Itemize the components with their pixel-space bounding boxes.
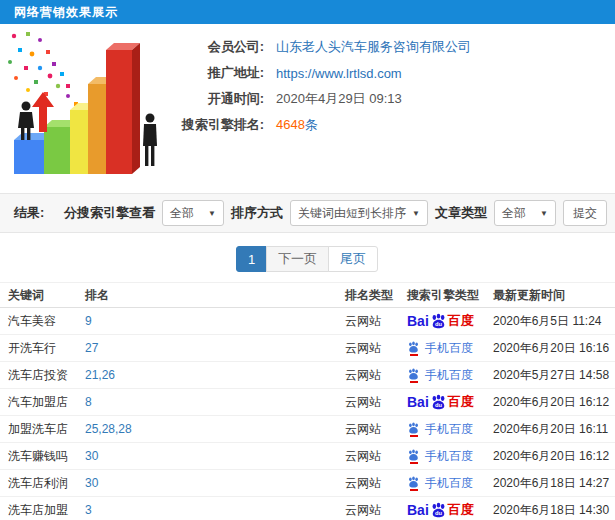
baidu-mobile-logo: 手机百度 (407, 367, 473, 384)
page: 网络营销效果展示 (0, 0, 615, 520)
bar-chart-graphic (0, 24, 178, 189)
marketing-chart-illustration (0, 24, 178, 189)
promo-url-label: 推广地址: (178, 64, 264, 82)
pagination: 1 下一页 尾页 (0, 246, 615, 272)
baidu-paw-icon: du (430, 394, 447, 410)
engine-cell: Bai du 百度 (407, 389, 493, 416)
rank-type-cell: 云网站 (345, 362, 407, 389)
rank-link[interactable]: 8 (85, 395, 92, 409)
baidu-mobile-logo: 手机百度 (407, 421, 473, 438)
rank-cell: 30 (85, 470, 345, 497)
svg-text:du: du (435, 402, 443, 408)
rank-type-cell: 云网站 (345, 443, 407, 470)
mobile-baidu-paw-icon (407, 368, 420, 383)
update-time-cell: 2020年6月18日 14:30 (493, 497, 615, 520)
rank-count: 4648 (276, 117, 305, 132)
company-row: 会员公司: 山东老人头汽车服务咨询有限公司 (178, 34, 471, 60)
results-label: 结果: (14, 204, 44, 222)
mobile-baidu-paw-icon (407, 449, 420, 464)
keyword-cell: 加盟洗车店 (0, 416, 85, 443)
mobile-baidu-paw-icon (407, 341, 420, 356)
table-row: 洗车赚钱吗 30 云网站 (0, 443, 615, 470)
businessman-right (143, 114, 157, 167)
svg-text:du: du (435, 321, 443, 327)
baidu-mobile-logo: 手机百度 (407, 448, 473, 465)
submit-button[interactable]: 提交 (563, 200, 607, 226)
company-link[interactable]: 山东老人头汽车服务咨询有限公司 (276, 39, 471, 54)
update-time-cell: 2020年6月20日 16:12 (493, 389, 615, 416)
keyword-cell: 洗车店加盟 (0, 497, 85, 520)
promo-url-row: 推广地址: https://www.lrtlsd.com (178, 60, 471, 86)
rank-link[interactable]: 30 (85, 449, 98, 463)
article-type-label: 文章类型 (435, 204, 487, 222)
rank-link[interactable]: 3 (85, 503, 92, 517)
col-engine-type: 搜索引擎类型 (407, 283, 493, 308)
page-header: 网络营销效果展示 (0, 0, 615, 24)
rank-type-cell: 云网站 (345, 335, 407, 362)
rank-cell: 9 (85, 308, 345, 335)
sort-select[interactable]: 关键词由短到长排序 ▼ (290, 200, 428, 226)
col-rank-type: 排名类型 (345, 283, 407, 308)
engine-cell: Bai du 百度 (407, 497, 493, 520)
table-row: 加盟洗车店 25,28,28 云网站 (0, 416, 615, 443)
keyword-cell: 洗车赚钱吗 (0, 443, 85, 470)
update-time-cell: 2020年5月27日 14:58 (493, 362, 615, 389)
open-time-label: 开通时间: (178, 90, 264, 108)
sort-filter-label: 排序方式 (231, 204, 283, 222)
engine-cell: 手机百度 (407, 362, 493, 389)
table-row: 开洗车行 27 云网站 (0, 335, 615, 362)
col-update-time: 最新更新时间 (493, 283, 615, 308)
update-time-cell: 2020年6月20日 16:16 (493, 335, 615, 362)
next-page-button[interactable]: 下一页 (266, 246, 329, 272)
rank-link[interactable]: 9 (85, 314, 92, 328)
table-header-row: 关键词 排名 排名类型 搜索引擎类型 最新更新时间 (0, 283, 615, 308)
baidu-mobile-logo: 手机百度 (407, 340, 473, 357)
rank-type-cell: 云网站 (345, 308, 407, 335)
rank-cell: 30 (85, 443, 345, 470)
chevron-down-icon: ▼ (412, 209, 420, 218)
rank-cell: 21,26 (85, 362, 345, 389)
rank-type-cell: 云网站 (345, 497, 407, 520)
article-type-select[interactable]: 全部 ▼ (494, 200, 556, 226)
rank-link[interactable]: 21,26 (85, 368, 115, 382)
engine-rank-label: 搜索引擎排名: (178, 116, 264, 134)
rank-table-body: 汽车美容 9 云网站 Bai du 百度 (0, 308, 615, 520)
baidu-pc-logo: Bai du 百度 (407, 501, 474, 519)
engine-cell: 手机百度 (407, 443, 493, 470)
mobile-baidu-paw-icon (407, 476, 420, 491)
filter-group: 分搜索引擎查看 全部 ▼ 排序方式 关键词由短到长排序 ▼ 文章类型 全部 ▼ … (64, 200, 607, 226)
col-rank: 排名 (85, 283, 345, 308)
update-time-cell: 2020年6月5日 11:24 (493, 308, 615, 335)
rank-type-cell: 云网站 (345, 416, 407, 443)
baidu-mobile-logo: 手机百度 (407, 475, 473, 492)
rank-link[interactable]: 30 (85, 476, 98, 490)
baidu-paw-icon: du (430, 313, 447, 329)
keyword-cell: 开洗车行 (0, 335, 85, 362)
info-section: 会员公司: 山东老人头汽车服务咨询有限公司 推广地址: https://www.… (0, 24, 615, 193)
rank-cell: 8 (85, 389, 345, 416)
open-time-value: 2020年4月29日 09:13 (276, 90, 402, 108)
rank-type-cell: 云网站 (345, 389, 407, 416)
table-row: 洗车店投资 21,26 云网站 (0, 362, 615, 389)
keyword-cell: 洗车店利润 (0, 470, 85, 497)
page-1-button[interactable]: 1 (236, 246, 267, 272)
table-row: 洗车店加盟 3 云网站 Bai du 百度 (0, 497, 615, 520)
baidu-paw-icon: du (430, 502, 447, 518)
table-row: 汽车加盟店 8 云网站 Bai du 百度 (0, 389, 615, 416)
keyword-cell: 洗车店投资 (0, 362, 85, 389)
engine-cell: Bai du 百度 (407, 308, 493, 335)
rank-link[interactable]: 27 (85, 341, 98, 355)
rank-link[interactable]: 25,28,28 (85, 422, 132, 436)
baidu-pc-logo: Bai du 百度 (407, 393, 474, 411)
engine-select[interactable]: 全部 ▼ (162, 200, 224, 226)
update-time-cell: 2020年6月20日 16:12 (493, 443, 615, 470)
last-page-button[interactable]: 尾页 (328, 246, 378, 272)
results-filter-bar: 结果: 分搜索引擎查看 全部 ▼ 排序方式 关键词由短到长排序 ▼ 文章类型 全… (0, 193, 615, 233)
engine-cell: 手机百度 (407, 416, 493, 443)
promo-url-link[interactable]: https://www.lrtlsd.com (276, 66, 402, 81)
svg-text:du: du (435, 510, 443, 516)
table-row: 洗车店利润 30 云网站 (0, 470, 615, 497)
update-time-cell: 2020年6月20日 16:11 (493, 416, 615, 443)
col-keyword: 关键词 (0, 283, 85, 308)
open-time-row: 开通时间: 2020年4月29日 09:13 (178, 86, 471, 112)
